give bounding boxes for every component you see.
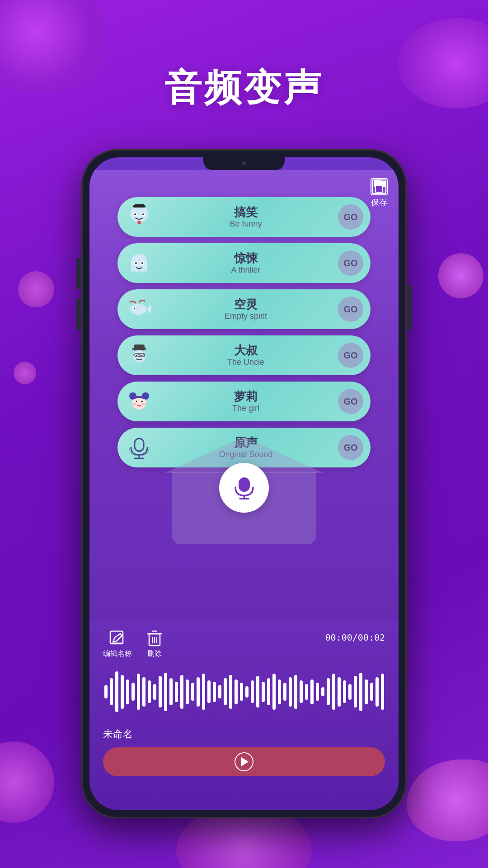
wave-bar [256, 676, 259, 708]
clown-icon-wrap [125, 203, 154, 231]
voice-item-be-funny[interactable]: 搞笑 Be funny GO [117, 197, 371, 237]
wave-bar [365, 679, 368, 704]
voice-item-thriller[interactable]: 惊悚 A thriller GO [117, 243, 371, 283]
wave-bar [305, 684, 308, 700]
background: 音频变声 [0, 0, 488, 868]
go-btn-3[interactable]: GO [338, 343, 363, 368]
mic-icon-wrap [125, 433, 154, 462]
wave-bar [131, 683, 135, 701]
wave-bar [207, 680, 211, 703]
svg-point-8 [142, 213, 144, 215]
go-btn-2[interactable]: GO [338, 297, 363, 322]
svg-point-7 [134, 213, 136, 215]
camera [242, 161, 246, 165]
edit-icon [108, 629, 127, 647]
play-triangle-icon [241, 757, 249, 766]
wave-bar [121, 675, 124, 709]
wave-bar [229, 675, 232, 709]
delete-label: 删除 [147, 649, 162, 659]
wave-bar [359, 673, 362, 711]
svg-point-35 [133, 403, 136, 406]
edit-name-button[interactable]: 编辑名称 [103, 629, 132, 659]
wave-bar [169, 678, 173, 705]
wave-bar [245, 686, 249, 698]
delete-button[interactable]: 删除 [145, 629, 164, 659]
go-btn-4[interactable]: GO [338, 389, 363, 414]
screen-content: 保存 [89, 170, 399, 810]
wave-bar [267, 678, 270, 705]
wave-bar [180, 675, 183, 709]
wave-bar [283, 683, 286, 701]
wave-bar [310, 679, 314, 704]
wave-bar [262, 682, 265, 702]
voice-texts-0: 搞笑 Be funny [154, 205, 338, 229]
clown-icon [127, 204, 152, 230]
save-button[interactable]: 保存 [371, 178, 388, 208]
phone-outer: 保存 [81, 149, 407, 818]
voice-texts-2: 空灵 Empty spirit [154, 297, 338, 321]
file-name: 未命名 [103, 727, 385, 741]
svg-point-33 [136, 401, 137, 402]
svg-rect-43 [110, 631, 123, 644]
original-mic-icon [127, 435, 152, 460]
voice-item-uncle[interactable]: 大叔 The Uncle GO [117, 335, 371, 375]
voice-list: 搞笑 Be funny GO [117, 197, 371, 467]
svg-point-34 [141, 401, 143, 402]
svg-point-25 [141, 355, 143, 356]
wave-bar [343, 680, 346, 703]
wave-bar [224, 678, 227, 705]
voice-item-empty-spirit[interactable]: 空灵 Empty spirit GO [117, 289, 371, 329]
voice-cn-3: 大叔 [234, 344, 258, 358]
wave-bar [137, 674, 140, 710]
play-circle [235, 752, 253, 771]
go-btn-1[interactable]: GO [338, 250, 363, 276]
svg-rect-20 [134, 344, 145, 350]
girl-icon [127, 389, 152, 414]
svg-rect-40 [239, 477, 250, 492]
fish-icon-wrap [125, 295, 154, 324]
voice-en-4: The girl [232, 404, 259, 414]
vol-down-button [76, 298, 80, 330]
wave-bar [218, 685, 221, 698]
wave-bar [142, 677, 145, 707]
play-button[interactable] [103, 747, 385, 776]
voice-cn-4: 萝莉 [234, 390, 258, 404]
wave-bar [272, 674, 276, 710]
svg-rect-10 [135, 204, 144, 207]
svg-rect-37 [135, 439, 144, 451]
wave-bar [159, 676, 162, 708]
voice-texts-3: 大叔 The Uncle [154, 344, 338, 368]
voice-item-girl[interactable]: 萝莉 The girl GO [117, 382, 371, 421]
svg-rect-4 [130, 205, 148, 222]
wave-bar [354, 676, 357, 708]
voice-en-0: Be funny [230, 219, 262, 229]
uncle-icon-wrap [125, 341, 154, 370]
fish-icon [127, 297, 152, 322]
uncle-icon [127, 343, 152, 368]
vol-up-button [76, 258, 80, 289]
ghost-icon-wrap [125, 249, 154, 278]
blob-bot-right [407, 760, 488, 841]
wave-bar [240, 683, 243, 701]
wave-bar [186, 679, 189, 704]
time-display: 00:00/00:02 [325, 632, 385, 643]
mic-section [89, 472, 399, 544]
wave-bar [110, 678, 113, 705]
go-btn-0[interactable]: GO [338, 204, 363, 230]
voice-en-1: A thriller [231, 265, 260, 275]
wave-bar [348, 684, 352, 700]
bottom-panel: 编辑名称 删 [89, 620, 399, 810]
mic-button[interactable] [219, 463, 269, 513]
svg-point-24 [136, 355, 137, 356]
voice-en-2: Empty spirit [225, 311, 267, 321]
wave-bar [338, 677, 341, 707]
wave-bar [321, 687, 324, 696]
bottom-controls: 编辑名称 删 [103, 629, 385, 659]
svg-point-11 [137, 221, 141, 224]
wave-bar [191, 683, 194, 701]
go-btn-5[interactable]: GO [338, 435, 363, 460]
wave-bar [175, 682, 178, 702]
save-icon [371, 178, 388, 195]
svg-point-36 [142, 403, 145, 406]
waveform [103, 662, 385, 721]
